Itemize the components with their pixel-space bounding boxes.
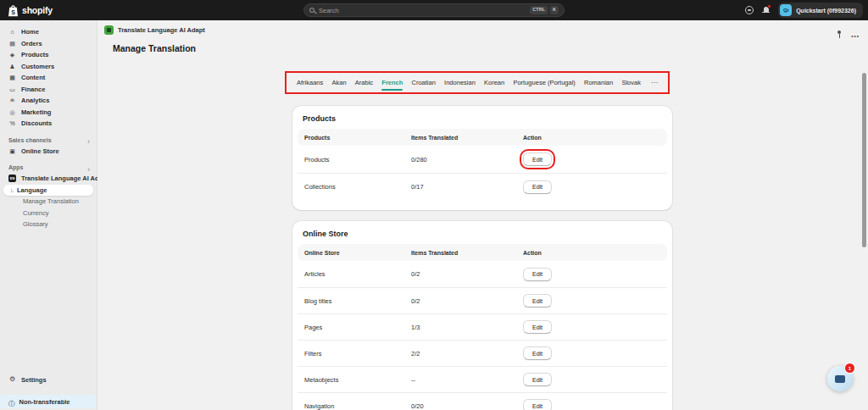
table-row: Metaobjects--Edit (298, 366, 667, 392)
sidebar-item-marketing[interactable]: ◎Marketing (0, 107, 97, 119)
avatar: Qi (780, 4, 792, 16)
edit-button[interactable]: Edit (523, 373, 552, 386)
translate-app-icon: EN (8, 175, 16, 182)
analytics-icon: ılı (8, 98, 16, 103)
sidebar-item-label: Translate Language AI Ad... (21, 175, 104, 182)
sidebar-item-analytics[interactable]: ılıAnalytics (0, 95, 97, 107)
row-label: Articles (304, 270, 411, 278)
chevron-right-icon (87, 160, 90, 175)
tab-portuguese-portugal[interactable]: Portuguese (Portugal) (513, 79, 575, 86)
tab-croatian[interactable]: Croatian (412, 79, 436, 86)
sidebar-item-finance[interactable]: ▭Finance (0, 84, 97, 96)
sidebar-nav: ⌂Home▤Orders◈Products♟Customers▦Content▭… (0, 20, 97, 130)
discounts-icon: % (8, 120, 16, 126)
column-header: Online Store (304, 250, 411, 256)
table-row: Articles0/2Edit (298, 261, 667, 287)
action-cell: Edit (523, 294, 660, 308)
search-input[interactable] (319, 7, 527, 14)
edit-button[interactable]: Edit (523, 152, 552, 166)
user-menu[interactable]: Qi Quickstart (0f992326) (778, 3, 863, 18)
table-row: Navigation0/20Edit (298, 392, 667, 410)
more-options-icon[interactable] (851, 26, 860, 42)
tab-korean[interactable]: Korean (484, 79, 504, 86)
global-search[interactable]: CTRL K (303, 3, 565, 17)
non-transferable-banner[interactable]: Non-transferable (0, 395, 96, 408)
sidebar-item-orders[interactable]: ▤Orders (0, 38, 97, 50)
sidebar-item-glossary[interactable]: Glossary (0, 219, 97, 230)
tab-akan[interactable]: Akan (331, 79, 346, 86)
sidebar-item-label: Products (21, 51, 49, 58)
tab-french[interactable]: French (381, 79, 403, 86)
online-store-card: Online Store Online StoreItems Translate… (292, 221, 672, 410)
breadcrumb[interactable]: Translate Language AI Adapt (104, 25, 205, 35)
row-label: Blog titles (304, 297, 411, 305)
row-label: Navigation (304, 402, 411, 410)
shopify-logo[interactable]: S shopify (8, 0, 53, 20)
items-translated-value: -- (411, 376, 523, 384)
chat-widget-button[interactable]: 1 (827, 366, 853, 391)
apps-header: Apps (8, 164, 24, 170)
table-row: Collections0/17Edit (298, 173, 667, 200)
assistant-icon[interactable] (745, 6, 754, 14)
tab-afrikaans[interactable]: Afrikaans (297, 79, 323, 86)
tabs-overflow-icon[interactable]: ⋯ (651, 79, 658, 86)
sidebar-item-label: Discounts (21, 119, 52, 127)
shortcut-k-key: K (550, 6, 559, 14)
orders-icon: ▤ (8, 41, 16, 47)
sidebar-item-customers[interactable]: ♟Customers (0, 61, 97, 73)
gear-icon (8, 376, 16, 383)
user-name: Quickstart (0f992326) (796, 8, 856, 14)
action-cell: Edit (523, 268, 660, 281)
row-label: Products (304, 156, 411, 163)
table-body: Products0/280EditCollections0/17Edit (292, 146, 672, 200)
shortcut-ctrl-key: CTRL (530, 6, 548, 14)
sidebar-section-sales-channels[interactable]: Sales channels (0, 135, 97, 146)
edit-button[interactable]: Edit (523, 180, 552, 194)
tab-romanian[interactable]: Romanian (584, 79, 613, 86)
content-icon: ▦ (8, 75, 16, 80)
scrollbar[interactable] (862, 73, 866, 247)
edit-button[interactable]: Edit (523, 294, 552, 308)
sidebar-item-products[interactable]: ◈Products (0, 49, 97, 61)
bell-base-icon (762, 12, 770, 13)
sidebar-item-online-store[interactable]: Online Store (0, 146, 97, 158)
edit-button[interactable]: Edit (523, 399, 552, 410)
sidebar-item-label: Finance (21, 86, 45, 93)
items-translated-value: 1/3 (411, 324, 523, 331)
sidebar-item-home[interactable]: ⌂Home (0, 26, 97, 38)
chevron-right-icon (87, 132, 90, 147)
topbar: S shopify CTRL K Qi Quickstart (0f992326… (0, 0, 868, 20)
sidebar-item-settings[interactable]: Settings (0, 374, 97, 386)
column-header: Action (523, 135, 660, 141)
sidebar-item-label: Content (21, 74, 45, 81)
tab-indonesian[interactable]: Indonesian (444, 79, 476, 86)
sidebar-item-label: Online Store (21, 147, 59, 155)
items-translated-value: 0/17 (411, 183, 523, 191)
sidebar-item-content[interactable]: ▦Content (0, 72, 97, 84)
sidebar-section-apps[interactable]: Apps (0, 162, 97, 173)
edit-button[interactable]: Edit (523, 320, 552, 334)
action-cell: Edit (523, 373, 660, 386)
page-title: Manage Translation (113, 43, 196, 53)
tab-arabic[interactable]: Arabic (355, 79, 373, 86)
sidebar-item-manage-translation[interactable]: Manage Translation (0, 196, 97, 208)
sidebar-item-currency[interactable]: Currency (0, 208, 97, 219)
table-row: Products0/280Edit (298, 146, 667, 173)
sidebar-item-translate-app[interactable]: EN Translate Language AI Ad... (0, 173, 97, 185)
items-translated-value: 0/280 (411, 156, 523, 163)
tab-slovak[interactable]: Slovak (621, 79, 641, 86)
table-header: ProductsItems TranslatedAction (298, 129, 667, 146)
shopify-bag-icon: S (8, 4, 19, 17)
sidebar-item-discounts[interactable]: %Discounts (0, 118, 97, 130)
items-translated-value: 0/20 (411, 402, 523, 410)
notifications-button[interactable] (762, 6, 770, 14)
edit-button[interactable]: Edit (523, 268, 552, 281)
app-subnav: Manage TranslationCurrencyGlossary (0, 196, 97, 230)
items-translated-value: 0/2 (411, 270, 523, 278)
edit-button[interactable]: Edit (523, 346, 552, 360)
sidebar-item-language[interactable]: Language (3, 185, 93, 197)
row-label: Metaobjects (304, 376, 411, 384)
table-row: Blog titles0/2Edit (298, 287, 667, 313)
column-header: Items Translated (411, 250, 523, 256)
pin-icon[interactable] (836, 30, 842, 39)
